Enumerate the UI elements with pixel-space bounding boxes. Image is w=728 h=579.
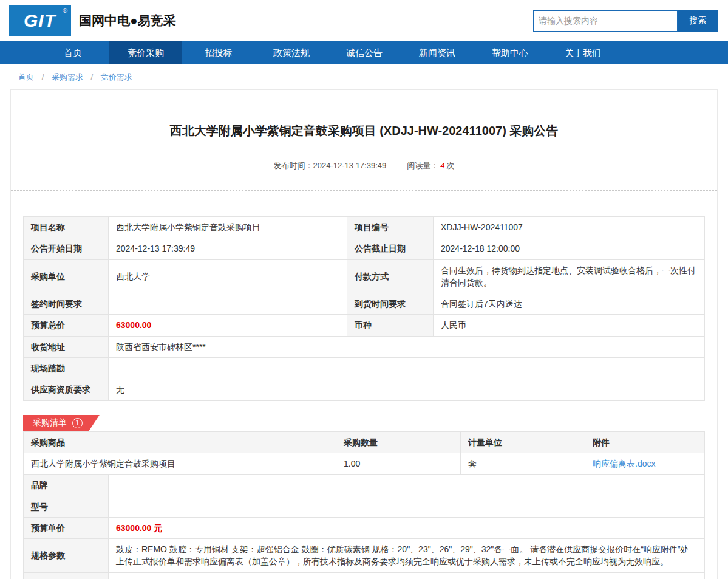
project-info-section: 项目名称 西北大学附属小学紫铜定音鼓采购项目 项目编号 XDJJ-HW-2024… <box>23 216 705 401</box>
delivery-time-label: 到货时间要求 <box>347 293 434 315</box>
attachment-link[interactable]: 响应偏离表.docx <box>593 459 655 468</box>
page-title: 西北大学附属小学紫铜定音鼓采购项目 (XDJJ-HW-202411007) 采购… <box>11 123 717 139</box>
model-label: 型号 <box>24 496 109 517</box>
nav-item-home[interactable]: 首页 <box>36 41 109 64</box>
supplier-qualification-value: 无 <box>109 379 705 400</box>
notice-end-date-value: 2024-12-18 12:00:00 <box>434 238 705 259</box>
project-info-table: 项目名称 西北大学附属小学紫铜定音鼓采购项目 项目编号 XDJJ-HW-2024… <box>23 216 705 401</box>
site-survey-label: 现场踏勘 <box>24 358 109 379</box>
budget-total-value: 63000.00 <box>109 315 347 336</box>
product-name-value: 西北大学附属小学紫铜定音鼓采购项目 <box>24 453 336 474</box>
signing-time-value <box>109 293 347 315</box>
brand-label: 品牌 <box>24 475 109 496</box>
specifications-label: 规格参数 <box>24 539 109 573</box>
table-row: 采购单位 西北大学 付款方式 合同生效后，待货物到达指定地点、安装调试验收合格后… <box>24 259 705 293</box>
table-row: 公告开始日期 2024-12-13 17:39:49 公告截止日期 2024-1… <box>24 238 705 259</box>
after-sales-label: 售后服务 <box>24 572 109 579</box>
budget-total-label: 预算总价 <box>24 315 109 336</box>
delivery-address-label: 收货地址 <box>24 336 109 357</box>
table-row: 西北大学附属小学紫铜定音鼓采购项目 1.00 套 响应偏离表.docx <box>24 453 705 474</box>
purchase-list-table: 采购商品 采购数量 计量单位 附件 西北大学附属小学紫铜定音鼓采购项目 1.00… <box>23 431 705 475</box>
purchaser-label: 采购单位 <box>24 259 109 293</box>
model-value <box>109 496 705 517</box>
notice-card: 西北大学附属小学紫铜定音鼓采购项目 (XDJJ-HW-202411007) 采购… <box>10 89 718 579</box>
nav-item-help-center[interactable]: 帮助中心 <box>474 41 546 64</box>
unit-price-value: 63000.00 元 <box>109 517 705 538</box>
nav-item-policies[interactable]: 政策法规 <box>255 41 328 64</box>
unit-value: 套 <box>461 453 585 474</box>
purchase-list-count-circle-icon: 1 <box>72 418 83 428</box>
notice-start-date-label: 公告开始日期 <box>24 238 109 259</box>
search-button[interactable]: 搜索 <box>678 10 718 32</box>
logo-text: GIT <box>24 10 56 31</box>
table-row: 规格参数 鼓皮：REMO 鼓腔：专用铜材 支架：超强铝合金 鼓圈：优质碳素钢 规… <box>24 539 705 573</box>
breadcrumb-bidding-demand-link[interactable]: 竞价需求 <box>101 72 132 81</box>
top-header: GIT ® 国网中电●易竞采 搜索 <box>0 0 728 41</box>
site-brand-title: 国网中电●易竞采 <box>79 12 176 29</box>
main-nav: 首页 竞价采购 招投标 政策法规 诚信公告 新闻资讯 帮助中心 关于我们 <box>0 41 728 64</box>
publish-info: 发布时间：2024-12-13 17:39:49阅读量：4次 <box>11 160 717 171</box>
nav-item-about-us[interactable]: 关于我们 <box>546 41 619 64</box>
supplier-qualification-label: 供应商资质要求 <box>24 379 109 400</box>
project-name-label: 项目名称 <box>24 217 109 238</box>
views-count: 4 <box>440 161 444 170</box>
col-unit-header: 计量单位 <box>461 431 585 453</box>
col-quantity-header: 采购数量 <box>336 431 461 453</box>
site-survey-value <box>109 358 705 379</box>
delivery-time-value: 合同签订后7天内送达 <box>434 293 705 315</box>
project-name-value: 西北大学附属小学紫铜定音鼓采购项目 <box>109 217 347 238</box>
dashed-divider <box>11 190 717 191</box>
signing-time-label: 签约时间要求 <box>24 293 109 315</box>
nav-item-bidding-purchase[interactable]: 竞价采购 <box>109 41 182 64</box>
notice-end-date-label: 公告截止日期 <box>347 238 434 259</box>
git-logo[interactable]: GIT ® <box>9 5 71 36</box>
col-product-header: 采购商品 <box>24 431 336 453</box>
project-number-value: XDJJ-HW-202411007 <box>434 217 705 238</box>
purchase-list-badge-label: 采购清单 <box>33 417 67 428</box>
breadcrumb-separator: / <box>91 72 94 81</box>
nav-item-news[interactable]: 新闻资讯 <box>401 41 474 64</box>
breadcrumb-purchase-demand-link[interactable]: 采购需求 <box>52 72 83 81</box>
payment-method-label: 付款方式 <box>347 259 434 293</box>
table-row: 品牌 <box>24 475 705 496</box>
specifications-value: 鼓皮：REMO 鼓腔：专用铜材 支架：超强铝合金 鼓圈：优质碳素钢 规格：20"… <box>109 539 705 573</box>
table-row: 现场踏勘 <box>24 358 705 379</box>
delivery-address-value: 陕西省西安市碑林区**** <box>109 336 705 357</box>
table-header-row: 采购商品 采购数量 计量单位 附件 <box>24 431 705 453</box>
nav-item-integrity-notices[interactable]: 诚信公告 <box>328 41 401 64</box>
notice-start-date-value: 2024-12-13 17:39:49 <box>109 238 347 259</box>
views-label: 阅读量： <box>407 161 438 170</box>
breadcrumb-separator: / <box>42 72 44 81</box>
table-row: 型号 <box>24 496 705 517</box>
breadcrumb: 首页 / 采购需求 / 竞价需求 <box>0 64 728 89</box>
table-row: 预算总价 63000.00 币种 人民币 <box>24 315 705 336</box>
project-number-label: 项目编号 <box>347 217 434 238</box>
after-sales-value: 质保十年，三年内维护。 <box>109 572 705 579</box>
quantity-value: 1.00 <box>336 453 461 474</box>
views-unit: 次 <box>446 161 454 170</box>
table-row: 供应商资质要求 无 <box>24 379 705 400</box>
col-attachment-header: 附件 <box>585 431 705 453</box>
unit-price-label: 预算单价 <box>24 517 109 538</box>
currency-label: 币种 <box>347 315 434 336</box>
attachment-cell: 响应偏离表.docx <box>585 453 705 474</box>
search-input[interactable] <box>533 10 678 32</box>
publish-time-label: 发布时间： <box>274 161 313 170</box>
purchase-list-section: 采购清单 1 采购商品 采购数量 计量单位 附件 西北大学附属小学紫铜定音鼓采购… <box>23 415 705 579</box>
table-row: 收货地址 陕西省西安市碑林区**** <box>24 336 705 357</box>
purchase-list-badge: 采购清单 1 <box>23 415 100 431</box>
registered-trademark-icon: ® <box>63 7 68 14</box>
table-row: 签约时间要求 到货时间要求 合同签订后7天内送达 <box>24 293 705 315</box>
purchaser-value: 西北大学 <box>109 259 347 293</box>
table-row: 售后服务 质保十年，三年内维护。 <box>24 572 705 579</box>
publish-time-value: 2024-12-13 17:39:49 <box>313 161 387 170</box>
product-detail-table: 品牌 型号 预算单价 63000.00 元 规格参数 鼓皮：REMO 鼓腔：专用… <box>23 474 705 579</box>
payment-method-value: 合同生效后，待货物到达指定地点、安装调试验收合格后，一次性付清合同货款。 <box>434 259 705 293</box>
search-bar: 搜索 <box>533 10 718 32</box>
brand-value <box>109 475 705 496</box>
nav-item-tenders[interactable]: 招投标 <box>182 41 255 64</box>
table-row: 预算单价 63000.00 元 <box>24 517 705 538</box>
table-row: 项目名称 西北大学附属小学紫铜定音鼓采购项目 项目编号 XDJJ-HW-2024… <box>24 217 705 238</box>
currency-value: 人民币 <box>434 315 705 336</box>
breadcrumb-home-link[interactable]: 首页 <box>18 72 34 81</box>
